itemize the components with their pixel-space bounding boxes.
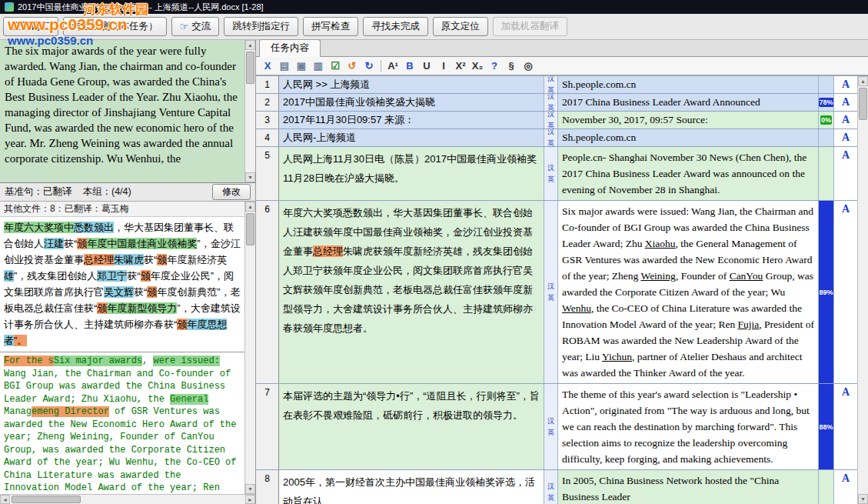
help-icon[interactable]: ?	[486, 58, 503, 74]
source-cell[interactable]: 人民网-上海频道	[279, 129, 544, 146]
app-icon	[5, 2, 14, 12]
segment-row-1[interactable]: 1人民网 >> 上海频道汉英Sh.people.com.cnA	[256, 76, 857, 94]
editor-panel: 其他文件：8：已翻译：葛玉梅 年度六大奖项中悉数颁出，华大基因集团董事长、联合创…	[0, 202, 255, 494]
horizontal-scrollbar[interactable]: ◄ ►	[0, 494, 255, 504]
doc-icon[interactable]: ▥	[310, 58, 327, 74]
scroll-thumb[interactable]	[246, 213, 254, 245]
row-action: A	[834, 112, 857, 129]
lang-indicator: 汉英	[544, 129, 558, 146]
english-editor[interactable]: For the sSix major awards, were issued: …	[0, 352, 244, 494]
cut-icon[interactable]: X	[259, 58, 276, 74]
row-number: 8	[256, 470, 279, 504]
row-action: A	[834, 76, 857, 93]
a-button[interactable]: A	[842, 132, 850, 144]
goto-line-button[interactable]: 跳转到指定行	[224, 17, 298, 36]
source-cell[interactable]: 人民网 >> 上海频道	[279, 76, 544, 93]
lang-indicator: 汉英	[544, 384, 558, 469]
source-cell[interactable]: 2017年11月30日09:57 来源：	[279, 112, 544, 129]
segment-row-4[interactable]: 4人民网-上海频道汉英Sh.people.com.cnA	[256, 129, 857, 147]
locate-icon[interactable]: ◎	[520, 58, 537, 74]
scroll-track[interactable]	[245, 50, 255, 172]
a-button[interactable]: A	[842, 386, 850, 399]
copy-icon[interactable]: ▤	[276, 58, 293, 74]
scroll-down-icon[interactable]: ▼	[245, 172, 255, 182]
load-mt-button[interactable]: 加载机器翻译	[493, 17, 567, 36]
font-size-icon[interactable]: A¹	[384, 58, 401, 74]
left-panel: The six major awards of the year were fu…	[0, 40, 256, 504]
vocab-check-button[interactable]: 词汇检测（本任务）	[63, 17, 167, 36]
scroll-thumb[interactable]	[12, 496, 81, 503]
source-cell[interactable]: 人民网上海11月30日电（陈晨）2017中国最佳商业领袖奖11月28日晚在沪盛大…	[279, 147, 544, 200]
italic-icon[interactable]: I	[435, 58, 452, 74]
a-button[interactable]: A	[842, 96, 850, 108]
row-number: 4	[256, 129, 279, 146]
scroll-up-icon[interactable]: ▲	[858, 76, 868, 86]
match-badge: 89%	[819, 201, 834, 383]
source-cell[interactable]: 本届评选的主题为“领导力•行”，“道阻且长，行则将至”，旨在表彰不畏艰难险阻，砥…	[279, 384, 544, 469]
match-badge: 78%	[819, 94, 834, 111]
lang-indicator: 汉英	[544, 94, 558, 111]
bold-icon[interactable]: B	[401, 58, 418, 74]
row-number: 2	[256, 94, 279, 111]
find-unfinished-button[interactable]: 寻找未完成	[363, 17, 428, 36]
source-cell[interactable]: 2017中国最佳商业领袖奖盛大揭晓	[279, 94, 544, 111]
redo-icon[interactable]: ↻	[361, 58, 377, 74]
modify-button[interactable]: 修改	[212, 184, 251, 200]
a-button[interactable]: A	[842, 78, 850, 91]
scroll-down-icon[interactable]: ▼	[245, 484, 255, 494]
toolbar-separator	[381, 60, 381, 72]
target-cell[interactable]: Six major awards were issued: Wang Jian,…	[558, 201, 819, 383]
source-preview[interactable]: The six major awards of the year were fu…	[0, 40, 244, 182]
row-action: A	[834, 129, 857, 146]
tab-task-content[interactable]: 任务内容	[259, 39, 321, 57]
superscript-icon[interactable]: X²	[452, 58, 469, 74]
lang-indicator: 汉英	[544, 112, 558, 129]
exchange-button[interactable]: ☞交流	[171, 17, 220, 36]
segment-row-7[interactable]: 7本届评选的主题为“领导力•行”，“道阻且长，行则将至”，旨在表彰不畏艰难险阻，…	[256, 384, 857, 470]
target-cell[interactable]: People.cn- Shanghai November 30 News (Ch…	[558, 147, 819, 200]
a-button[interactable]: A	[842, 149, 850, 162]
scroll-up-icon[interactable]: ▲	[245, 40, 255, 50]
target-cell[interactable]: Sh.people.com.cn	[558, 129, 819, 146]
base-sentence-status: 基准句：已翻译	[5, 185, 72, 199]
underline-icon[interactable]: U	[418, 58, 435, 74]
segment-row-3[interactable]: 32017年11月30日09:57 来源：汉英November 30, 2017…	[256, 112, 857, 129]
target-cell[interactable]: Sh.people.com.cn	[558, 76, 819, 93]
lang-indicator: 汉英	[544, 76, 558, 93]
scroll-down-icon[interactable]: ▼	[858, 494, 868, 504]
table-scrollbar[interactable]: ▲ ▼	[857, 76, 868, 504]
scroll-thumb[interactable]	[859, 88, 867, 120]
scroll-track[interactable]	[10, 495, 245, 504]
source-cell[interactable]: 2005年，第一财经首次主办中国最佳商业领袖奖评选，活动旨在认	[279, 470, 544, 504]
scroll-thumb[interactable]	[246, 52, 254, 84]
subscript-icon[interactable]: X₂	[469, 58, 486, 74]
check-icon[interactable]: ☑	[327, 58, 344, 74]
scroll-up-icon[interactable]: ▲	[245, 202, 255, 212]
scroll-left-icon[interactable]: ◄	[0, 495, 10, 504]
target-cell[interactable]: The theme of this year's award selection…	[558, 384, 819, 469]
preview-scrollbar[interactable]: ▲ ▼	[244, 40, 255, 182]
segment-row-6[interactable]: 6年度六大奖项悉数颁出，华大基因集团董事长、联合创始人汪建获颁年度中国最佳商业领…	[256, 201, 857, 384]
row-action: A	[834, 470, 857, 504]
a-button[interactable]: A	[842, 114, 850, 126]
a-button[interactable]: A	[842, 203, 850, 215]
source-locate-button[interactable]: 原文定位	[433, 17, 488, 36]
scroll-right-icon[interactable]: ►	[245, 495, 255, 504]
a-button[interactable]: A	[842, 472, 850, 485]
segment-row-5[interactable]: 5人民网上海11月30日电（陈晨）2017中国最佳商业领袖奖11月28日晚在沪盛…	[256, 147, 857, 201]
target-cell[interactable]: 2017 China Business Leader Award Announc…	[558, 94, 819, 111]
segment-row-8[interactable]: 82005年，第一财经首次主办中国最佳商业领袖奖评选，活动旨在认汉英In 200…	[256, 470, 857, 504]
section-icon[interactable]: §	[503, 58, 520, 74]
undo-icon[interactable]: ↺	[344, 58, 361, 74]
segment-row-2[interactable]: 22017中国最佳商业领袖奖盛大揭晓汉英2017 China Business …	[256, 94, 857, 112]
all-vocab-button[interactable]: 全部词汇	[3, 17, 58, 36]
source-cell[interactable]: 年度六大奖项悉数颁出，华大基因集团董事长、联合创始人汪建获颁年度中国最佳商业领袖…	[279, 201, 544, 383]
chinese-editor[interactable]: 年度六大奖项中悉数颁出，华大基因集团董事长、联合创始人汪建获“颁年度中国最佳商业…	[0, 217, 244, 352]
paste-icon[interactable]: ▣	[293, 58, 310, 74]
target-cell[interactable]: In 2005, China Business Network hosted t…	[558, 470, 819, 504]
spell-check-button[interactable]: 拼写检查	[303, 17, 358, 36]
scroll-track[interactable]	[858, 86, 868, 494]
target-cell[interactable]: November 30, 2017, 09:57 Source:	[558, 112, 819, 129]
scroll-track[interactable]	[245, 212, 255, 484]
editor-scrollbar[interactable]: ▲ ▼	[244, 202, 255, 494]
